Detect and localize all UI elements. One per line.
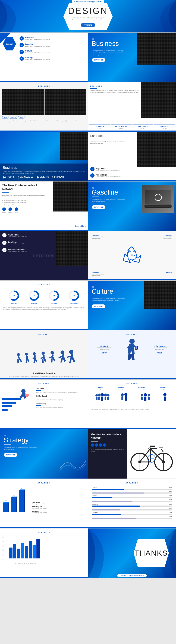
bid-speed-item: Bid To Speed Lorem ipsum dolor sit amet … xyxy=(36,395,86,401)
menu-label-1: Business xyxy=(25,36,50,38)
svg-rect-70 xyxy=(150,446,155,446)
row-3: Business The way business worked out try… xyxy=(0,132,176,181)
bar-2016 xyxy=(29,541,32,558)
hero-badge: DESIGN very small number of thugs hurled… xyxy=(63,3,113,30)
strategy-04-title: Strategy xyxy=(4,437,39,444)
route-dot-3 xyxy=(99,444,102,446)
route-title: The New Route Includes A Network xyxy=(2,184,48,191)
donut-3: 03 Corridor xyxy=(48,290,60,304)
svg-point-13 xyxy=(17,353,20,356)
svg-rect-73 xyxy=(3,503,8,512)
svg-marker-78 xyxy=(11,496,17,498)
strategy-header-3: Strategy xyxy=(2,530,86,534)
pptstore-btn-2[interactable]: PPTSTORE xyxy=(92,205,105,209)
other-national-desc: Lorem ipsum text for stat description he… xyxy=(153,347,167,350)
culture-03-slide: 03 Culture Lorem ipsum dolor sit amet co… xyxy=(88,280,176,330)
strategy-bid-desc: Lorem ipsum dolor sit amet xyxy=(32,508,86,509)
pptstore-btn-1[interactable]: PPTSTORE xyxy=(92,58,105,62)
svg-point-46 xyxy=(148,394,150,396)
route-includes-slide: The New Route Includes A Network Lorem i… xyxy=(0,181,88,231)
content-slide: Content 01 Business Lorem ipsum dolor si… xyxy=(0,33,88,82)
gasoline-02-title: Gasoline xyxy=(92,189,127,196)
svg-text:60°: 60° xyxy=(13,495,15,496)
badge-03: 03 xyxy=(19,50,24,54)
stat-3: 12 CLIENTS stat three xyxy=(133,124,153,129)
building-blue xyxy=(60,132,88,160)
pptstore-button[interactable]: PPTSTORE xyxy=(81,23,95,27)
person-svg xyxy=(125,338,139,361)
strategy-wave xyxy=(60,455,86,473)
content-label: Content xyxy=(6,43,13,45)
svg-point-20 xyxy=(129,339,135,344)
svg-point-19 xyxy=(69,350,73,354)
social-desc: Lorem ipsum dolor sit amet consectetur a… xyxy=(2,376,86,377)
prog-fill-western xyxy=(92,497,112,498)
route-icons-2 xyxy=(91,444,124,446)
social-title: Social Media Evolution xyxy=(2,372,86,375)
route-dot-2 xyxy=(95,444,98,446)
port-label-1: Major Ports xyxy=(96,168,121,170)
year-center: 2019 xyxy=(121,245,143,267)
culture-categories: Honest category Western category Customs… xyxy=(90,386,174,390)
row-8: Culture xyxy=(0,380,176,429)
donut-2: 02 Western xyxy=(28,290,40,304)
people-group-svg-2 xyxy=(120,393,130,407)
culture-person-slide: Culture New Land Lorem ipsum text for st… xyxy=(88,330,176,380)
bar-2013 xyxy=(17,548,20,558)
culture-running-slide: Culture xyxy=(0,380,88,429)
row-9: 04 Strategy Lorem ipsum dolor sit amet c… xyxy=(0,429,176,479)
svg-point-28 xyxy=(95,394,98,396)
hero-subtitle: very small number of thugs hurled petrol… xyxy=(72,16,104,22)
route-icon-1: Lorem xyxy=(2,208,6,213)
culture-building xyxy=(144,281,176,309)
gas-label-3: New Development xyxy=(8,248,27,251)
business-blue-content: Business The way business worked out try… xyxy=(0,164,88,181)
dark-panel: The New Route Includes A Network Lorem i… xyxy=(88,429,127,478)
gasoline-header: Gasoline xyxy=(2,283,86,286)
running-content: Two Sides Lorem ipsum dolor sit amet con… xyxy=(2,386,86,418)
strategy-customs: Customs Lorem ipsum dolor sit amet xyxy=(32,510,86,513)
business-bottom-desc: Lorem ipsum dolor sit amet consectetur a… xyxy=(2,120,86,124)
new-land-stat: New Land Lorem ipsum text for stat descr… xyxy=(97,345,111,354)
menu-item-1: 01 Business Lorem ipsum dolor sit amet c… xyxy=(19,36,86,40)
stat-2: 4 LANGUAGES stat two xyxy=(111,124,131,129)
menu-desc-1: Lorem ipsum dolor sit amet consectetur xyxy=(25,38,50,40)
menu-item-2: 02 Gasoline Lorem ipsum dolor sit amet c… xyxy=(19,43,86,47)
svg-rect-41 xyxy=(125,396,127,400)
strategy-bars-slide: Strategy 70° 60° xyxy=(0,479,88,528)
pptstore-btn-4[interactable]: PPTSTORE xyxy=(4,453,17,457)
customs-cat: Customs category xyxy=(138,386,145,390)
pptstore-btn-3[interactable]: PPTSTORE xyxy=(92,304,105,308)
gasoline-02-desc: Lorem ipsum dolor sit amet consectetur a… xyxy=(92,198,127,203)
progress-bars-slide: Strategy Honest 40% 65% xyxy=(88,479,176,528)
svg-rect-29 xyxy=(96,397,97,400)
svg-point-40 xyxy=(124,393,127,396)
culture-header-4: Culture xyxy=(90,382,174,385)
new-land-desc: Lorem ipsum text for stat description he… xyxy=(97,347,111,350)
people-group-svg-4 xyxy=(161,393,169,407)
business-right-desc: The international character for the Nati… xyxy=(90,90,139,93)
countries-desc: Lorem ipsum small text description here xyxy=(92,274,109,276)
business-section-header: BUSINESS xyxy=(2,84,86,87)
strategy-customs-desc: Lorem ipsum dolor sit amet xyxy=(32,512,86,513)
business-photos-slide: BUSINESS Trade Region Scale Lorem ipsum … xyxy=(0,82,88,132)
badge-01: 01 xyxy=(19,36,24,40)
business-blue-slide: Business The way business worked out try… xyxy=(0,132,88,181)
svg-point-42 xyxy=(141,394,143,396)
route-dot-4 xyxy=(103,444,106,446)
port-badge-02: 02 xyxy=(90,174,94,178)
prog-fill-honest xyxy=(92,488,124,490)
gasoline-building xyxy=(56,231,88,266)
two-sales-label: Two Sales xyxy=(165,234,172,236)
strategy-header: Strategy xyxy=(2,481,86,484)
land-sea-desc: You must resolute to help someone along … xyxy=(90,140,129,144)
land-sea-photo xyxy=(137,132,176,167)
bars-group xyxy=(9,536,85,558)
strategy-04-desc: Lorem ipsum dolor sit amet consectetur a… xyxy=(4,446,39,450)
business-tags: Trade Region Scale xyxy=(2,116,86,119)
svg-point-48 xyxy=(163,393,167,396)
row-7: Culture xyxy=(0,330,176,380)
gas-item-1: 01 Major Ports Lorem ipsum text here for… xyxy=(2,233,52,238)
menu-item-3: 03 Culture Lorem ipsum dolor sit amet co… xyxy=(19,50,86,54)
port-desc-1: Lorem ipsum text for this description it… xyxy=(96,170,121,171)
